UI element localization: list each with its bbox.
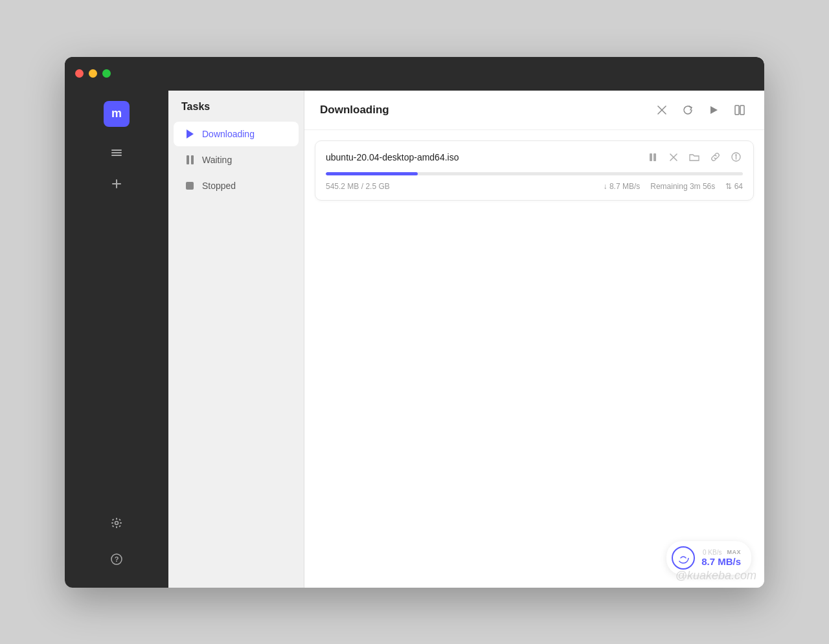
svg-rect-8 — [111, 522, 113, 524]
svg-rect-7 — [116, 526, 117, 528]
page-title: Downloading — [320, 104, 389, 117]
svg-rect-10 — [112, 518, 115, 521]
main-content: Downloading — [304, 57, 764, 588]
refresh-button[interactable] — [679, 101, 697, 119]
stop-icon — [184, 180, 196, 192]
pause-download-button[interactable] — [646, 150, 660, 164]
menu-icon — [110, 146, 123, 159]
download-stats-right: ↓ 8.7 MB/s Remaining 3m 56s ⇅ 64 — [604, 182, 743, 191]
app-logo: m — [104, 101, 130, 127]
traffic-lights — [75, 69, 111, 78]
svg-rect-21 — [650, 153, 652, 161]
svg-rect-2 — [111, 155, 122, 156]
maximize-button[interactable] — [102, 69, 111, 78]
app-window: m — [65, 57, 764, 588]
folder-icon — [689, 153, 699, 162]
help-button[interactable]: ? — [104, 546, 130, 572]
sidebar-item-waiting[interactable]: Waiting — [174, 148, 299, 172]
copy-link-button[interactable] — [708, 150, 722, 164]
download-item: ubuntu-20.04-desktop-amd64.iso — [315, 140, 754, 201]
svg-point-28 — [678, 553, 688, 563]
tasks-header: Tasks — [168, 91, 304, 120]
settings-icon — [110, 516, 123, 529]
settings-button[interactable] — [104, 510, 130, 536]
close-all-button[interactable] — [653, 101, 671, 119]
title-bar — [65, 57, 764, 91]
progress-bar-fill — [326, 172, 418, 175]
tasks-panel: Tasks Downloading Waiting Stopped — [168, 57, 304, 588]
svg-rect-19 — [735, 105, 739, 115]
sidebar: m — [65, 57, 168, 588]
download-item-actions — [646, 150, 743, 164]
svg-marker-18 — [710, 106, 718, 114]
svg-rect-20 — [740, 105, 744, 115]
download-list: ubuntu-20.04-desktop-amd64.iso — [304, 130, 764, 588]
sidebar-item-downloading[interactable]: Downloading — [174, 122, 299, 146]
close-icon — [657, 105, 666, 115]
pause-download-icon — [648, 153, 657, 162]
svg-point-27 — [735, 155, 736, 155]
cancel-icon — [670, 153, 677, 161]
play-icon — [184, 128, 196, 140]
connections-label: ⇅ 64 — [725, 182, 743, 191]
main-header: Downloading — [304, 91, 764, 130]
svg-text:?: ? — [115, 555, 119, 563]
close-button[interactable] — [75, 69, 84, 78]
menu-button[interactable] — [104, 140, 130, 166]
columns-button[interactable] — [731, 101, 749, 119]
play-all-icon — [709, 105, 718, 115]
sidebar-item-stopped[interactable]: Stopped — [174, 173, 299, 198]
start-all-button[interactable] — [705, 101, 723, 119]
svg-rect-13 — [119, 525, 121, 527]
sidebar-bottom: ? — [104, 507, 130, 588]
svg-rect-22 — [653, 153, 656, 161]
download-item-header: ubuntu-20.04-desktop-amd64.iso — [326, 150, 743, 164]
svg-rect-4 — [112, 183, 121, 184]
speed-top: 0 KB/s MAX — [703, 549, 741, 556]
add-icon — [110, 177, 123, 190]
download-stats: 545.2 MB / 2.5 GB ↓ 8.7 MB/s Remaining 3… — [326, 182, 743, 191]
cancel-download-button[interactable] — [666, 150, 681, 164]
remaining-label: Remaining 3m 56s — [650, 182, 715, 191]
svg-rect-11 — [119, 518, 121, 521]
svg-rect-12 — [112, 525, 115, 527]
info-icon — [731, 152, 741, 162]
minimize-button[interactable] — [89, 69, 97, 78]
help-icon: ? — [110, 553, 123, 566]
link-icon — [710, 152, 720, 162]
svg-rect-1 — [111, 152, 122, 153]
svg-point-5 — [115, 521, 119, 524]
pause-icon — [184, 154, 196, 166]
refresh-icon — [683, 105, 693, 115]
svg-rect-9 — [120, 522, 122, 524]
watermark: @kuakeba.com — [668, 564, 764, 588]
svg-rect-6 — [116, 518, 117, 520]
open-folder-button[interactable] — [687, 150, 701, 164]
svg-rect-0 — [111, 150, 122, 151]
add-task-button[interactable] — [104, 171, 130, 197]
progress-bar-container — [326, 172, 743, 175]
download-size-label: 545.2 MB / 2.5 GB — [326, 182, 390, 191]
download-filename: ubuntu-20.04-desktop-amd64.iso — [326, 152, 459, 162]
columns-icon — [734, 105, 745, 115]
header-actions — [653, 101, 749, 119]
speed-circle-icon — [677, 551, 690, 564]
info-button[interactable] — [729, 150, 743, 164]
download-speed-label: ↓ 8.7 MB/s — [604, 182, 641, 191]
